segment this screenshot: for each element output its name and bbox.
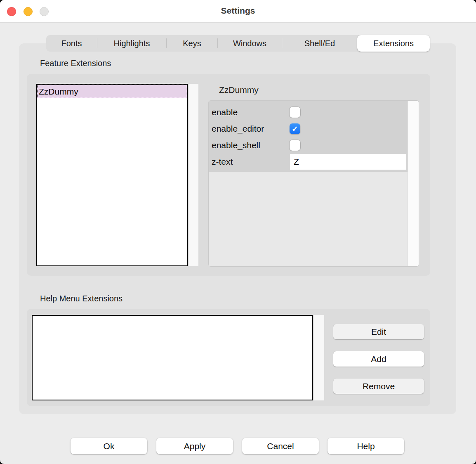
add-button[interactable]: Add bbox=[333, 351, 424, 367]
tab-highlights[interactable]: Highlights bbox=[97, 35, 166, 52]
option-label: z-text bbox=[211, 157, 290, 167]
help-menu-scrollbar[interactable] bbox=[314, 315, 324, 400]
settings-window: Settings Fonts Highlights Keys Windows S… bbox=[0, 0, 476, 464]
option-row-z-text: z-text Z bbox=[211, 154, 408, 170]
config-empty-area bbox=[209, 172, 408, 266]
enable-editor-checkbox[interactable]: ✓ bbox=[290, 123, 300, 134]
config-scrollbar[interactable] bbox=[408, 101, 419, 266]
option-row-enable-editor: enable_editor ✓ bbox=[211, 121, 408, 137]
title-bar: Settings bbox=[0, 0, 476, 23]
tab-fonts[interactable]: Fonts bbox=[46, 35, 97, 52]
tab-keys[interactable]: Keys bbox=[167, 35, 217, 52]
window-title: Settings bbox=[0, 6, 476, 16]
cancel-button[interactable]: Cancel bbox=[242, 438, 319, 454]
list-item-zzdummy[interactable]: ZzDummy bbox=[37, 85, 187, 98]
config-rows: enable ✓ enable_editor ✓ enable_shell ✓ … bbox=[209, 101, 408, 172]
tab-extensions[interactable]: Extensions bbox=[357, 35, 430, 52]
tab-windows[interactable]: Windows bbox=[218, 35, 282, 52]
ok-button[interactable]: Ok bbox=[71, 438, 147, 454]
enable-shell-checkbox[interactable]: ✓ bbox=[290, 140, 300, 151]
enable-checkbox[interactable]: ✓ bbox=[290, 107, 300, 118]
extension-listbox[interactable]: ZzDummy bbox=[36, 84, 188, 266]
z-text-input[interactable]: Z bbox=[290, 154, 407, 170]
apply-button[interactable]: Apply bbox=[156, 438, 233, 454]
checkmark-icon: ✓ bbox=[292, 125, 298, 133]
option-label: enable_editor bbox=[211, 124, 290, 134]
help-button[interactable]: Help bbox=[328, 438, 404, 454]
option-label: enable_shell bbox=[211, 140, 290, 150]
extension-config-panel: enable ✓ enable_editor ✓ enable_shell ✓ … bbox=[208, 100, 419, 267]
option-row-enable-shell: enable_shell ✓ bbox=[211, 137, 408, 154]
tab-shell-ed[interactable]: Shell/Ed bbox=[282, 35, 357, 52]
feature-extensions-label: Feature Extensions bbox=[40, 59, 111, 68]
help-menu-listbox[interactable] bbox=[32, 315, 313, 400]
edit-button[interactable]: Edit bbox=[333, 324, 424, 339]
tab-bar: Fonts Highlights Keys Windows Shell/Ed E… bbox=[46, 35, 430, 52]
remove-button[interactable]: Remove bbox=[333, 379, 424, 394]
option-label: enable bbox=[211, 107, 290, 117]
option-row-enable: enable ✓ bbox=[211, 104, 408, 121]
extension-list-scrollbar[interactable] bbox=[189, 84, 198, 266]
help-menu-extensions-label: Help Menu Extensions bbox=[40, 294, 123, 303]
extension-detail-title: ZzDummy bbox=[219, 85, 259, 95]
